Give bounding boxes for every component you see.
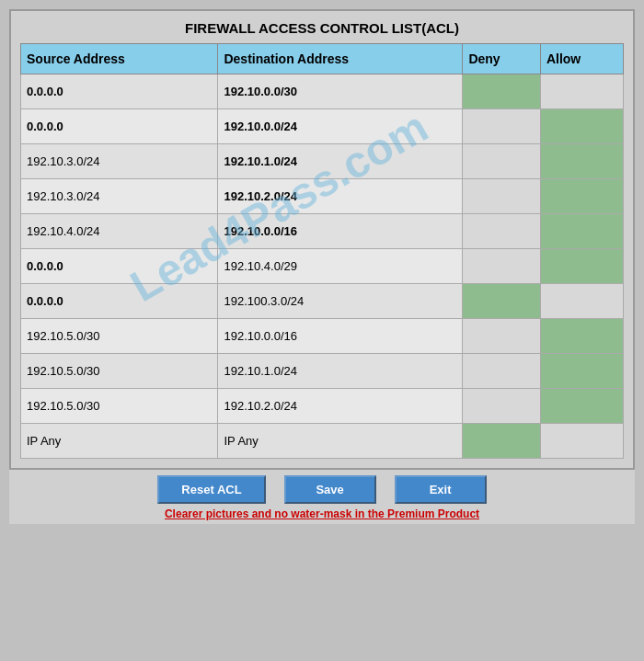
destination-address-cell: 192.10.2.0/24 — [218, 389, 463, 424]
source-address-cell: 192.10.5.0/30 — [21, 319, 218, 354]
allow-cell — [540, 214, 623, 249]
destination-address-cell: 192.10.0.0/16 — [218, 214, 463, 249]
table-row: 192.10.3.0/24192.10.1.0/24 — [21, 144, 624, 179]
destination-address-cell: IP Any — [218, 424, 463, 459]
allow-cell — [540, 389, 623, 424]
table-row: 192.10.4.0/24192.10.0.0/16 — [21, 214, 624, 249]
save-button[interactable]: Save — [284, 475, 376, 504]
col-header-allow: Allow — [540, 44, 623, 74]
table-row: 192.10.3.0/24192.10.2.0/24 — [21, 179, 624, 214]
page-title: FIREWALL ACCESS CONTROL LIST(ACL) — [20, 20, 624, 36]
deny-cell — [463, 424, 541, 459]
source-address-cell: 192.10.5.0/30 — [21, 354, 218, 389]
destination-address-cell: 192.10.0.0/24 — [218, 109, 463, 144]
destination-address-cell: 192.100.3.0/24 — [218, 284, 463, 319]
allow-cell — [540, 144, 623, 179]
destination-address-cell: 192.10.1.0/24 — [218, 354, 463, 389]
allow-cell — [540, 249, 623, 284]
col-header-deny: Deny — [463, 44, 541, 74]
table-row: 192.10.5.0/30192.10.1.0/24 — [21, 354, 624, 389]
allow-cell — [540, 74, 623, 109]
destination-address-cell: 192.10.4.0/29 — [218, 249, 463, 284]
source-address-cell: 192.10.3.0/24 — [21, 179, 218, 214]
deny-cell — [463, 354, 541, 389]
allow-cell — [540, 319, 623, 354]
acl-table: Source Address Destination Address Deny … — [20, 43, 624, 459]
source-address-cell: 192.10.5.0/30 — [21, 389, 218, 424]
exit-button[interactable]: Exit — [395, 475, 487, 504]
destination-address-cell: 192.10.0.0/30 — [218, 74, 463, 109]
table-row: 0.0.0.0192.10.4.0/29 — [21, 249, 624, 284]
deny-cell — [463, 179, 541, 214]
reset-acl-button[interactable]: Reset ACL — [157, 475, 265, 504]
destination-address-cell: 192.10.0.0/16 — [218, 319, 463, 354]
source-address-cell: 0.0.0.0 — [21, 74, 218, 109]
deny-cell — [463, 144, 541, 179]
deny-cell — [463, 389, 541, 424]
deny-cell — [463, 109, 541, 144]
deny-cell — [463, 249, 541, 284]
allow-cell — [540, 284, 623, 319]
button-row: Reset ACL Save Exit — [157, 475, 486, 504]
table-row: 0.0.0.0192.10.0.0/24 — [21, 109, 624, 144]
table-row: 192.10.5.0/30192.10.2.0/24 — [21, 389, 624, 424]
deny-cell — [463, 74, 541, 109]
bottom-bar: Reset ACL Save Exit Clearer pictures and… — [9, 470, 635, 524]
table-row: IP AnyIP Any — [21, 424, 624, 459]
col-header-source: Source Address — [21, 44, 218, 74]
promo-text: Clearer pictures and no water-mask in th… — [165, 507, 479, 520]
source-address-cell: 192.10.3.0/24 — [21, 144, 218, 179]
allow-cell — [540, 424, 623, 459]
deny-cell — [463, 319, 541, 354]
table-row: 192.10.5.0/30192.10.0.0/16 — [21, 319, 624, 354]
allow-cell — [540, 354, 623, 389]
destination-address-cell: 192.10.1.0/24 — [218, 144, 463, 179]
allow-cell — [540, 179, 623, 214]
col-header-destination: Destination Address — [218, 44, 463, 74]
deny-cell — [463, 214, 541, 249]
table-row: 0.0.0.0192.100.3.0/24 — [21, 284, 624, 319]
source-address-cell: 0.0.0.0 — [21, 284, 218, 319]
deny-cell — [463, 284, 541, 319]
destination-address-cell: 192.10.2.0/24 — [218, 179, 463, 214]
source-address-cell: 192.10.4.0/24 — [21, 214, 218, 249]
source-address-cell: IP Any — [21, 424, 218, 459]
allow-cell — [540, 109, 623, 144]
table-row: 0.0.0.0192.10.0.0/30 — [21, 74, 624, 109]
source-address-cell: 0.0.0.0 — [21, 249, 218, 284]
source-address-cell: 0.0.0.0 — [21, 109, 218, 144]
